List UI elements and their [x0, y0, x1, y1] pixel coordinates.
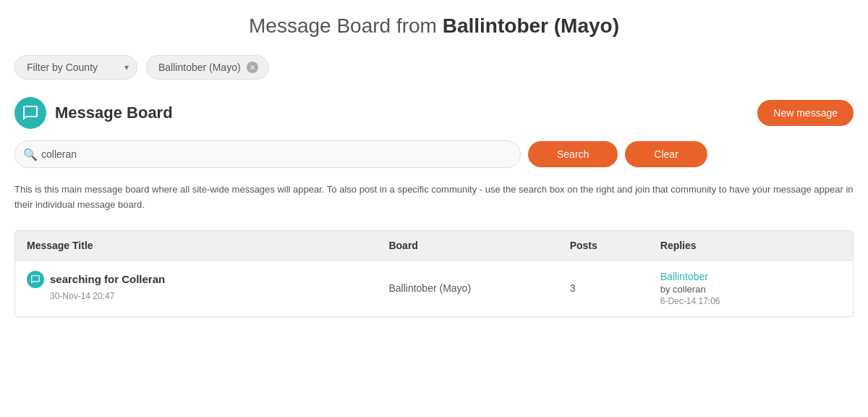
title-bold: Ballintober (Mayo)	[443, 14, 619, 37]
reply-by: by colleran	[660, 284, 841, 295]
col-replies: Replies	[660, 240, 841, 251]
message-board-heading: Message Board	[55, 104, 173, 122]
row-title-link: searching for Colleran	[27, 271, 388, 288]
page-title: Message Board from Ballintober (Mayo)	[14, 14, 854, 38]
message-board-header: Message Board New message	[14, 97, 854, 129]
new-message-button[interactable]: New message	[757, 100, 854, 126]
filter-row: Filter by County Ballintober (Mayo) ✕	[14, 55, 854, 80]
search-icon: 🔍	[23, 148, 38, 161]
search-row: 🔍 Search Clear	[14, 140, 854, 168]
row-replies: Ballintober by colleran 6-Dec-14 17:06	[660, 271, 841, 306]
row-posts: 3	[570, 282, 660, 294]
search-input-wrapper: 🔍	[14, 140, 521, 168]
messages-table: Message Title Board Posts Replies search…	[14, 230, 854, 317]
county-filter-wrapper[interactable]: Filter by County	[14, 55, 137, 80]
row-title-group: searching for Colleran 30-Nov-14 20:47	[27, 271, 388, 301]
row-chat-icon	[27, 271, 44, 288]
col-board: Board	[388, 240, 569, 251]
row-date: 30-Nov-14 20:47	[50, 291, 388, 301]
clear-button[interactable]: Clear	[625, 141, 707, 167]
chat-icon	[22, 104, 39, 122]
search-button[interactable]: Search	[528, 141, 618, 167]
reply-date: 6-Dec-14 17:06	[660, 296, 841, 306]
title-group: Message Board	[14, 97, 173, 129]
message-board-icon	[14, 97, 46, 129]
table-row: searching for Colleran 30-Nov-14 20:47 B…	[15, 261, 853, 316]
description-text: This is this main message board where al…	[14, 182, 854, 213]
col-posts: Posts	[570, 240, 660, 251]
reply-link[interactable]: Ballintober	[660, 271, 841, 282]
location-pill: Ballintober (Mayo) ✕	[146, 55, 269, 80]
chat-small-icon	[30, 274, 41, 285]
table-header: Message Title Board Posts Replies	[15, 231, 853, 261]
search-input[interactable]	[14, 140, 521, 168]
col-title: Message Title	[27, 240, 388, 251]
county-filter-select[interactable]: Filter by County	[14, 55, 137, 80]
location-remove-button[interactable]: ✕	[247, 62, 258, 73]
title-prefix: Message Board from	[249, 14, 443, 37]
location-pill-text: Ballintober (Mayo)	[158, 62, 241, 73]
row-board: Ballintober (Mayo)	[388, 282, 569, 294]
row-title-text[interactable]: searching for Colleran	[50, 273, 165, 285]
